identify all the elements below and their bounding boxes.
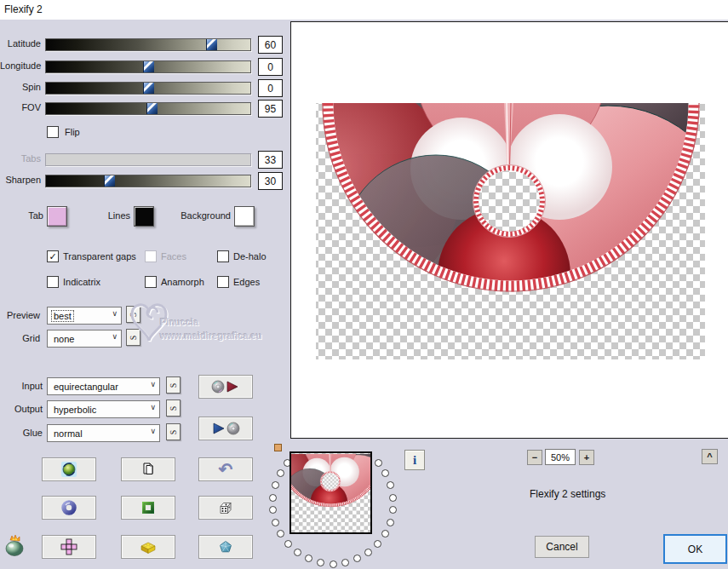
longitude-value[interactable]: 0 [258, 58, 283, 76]
input-dropdown-value: equirectangular [52, 382, 120, 392]
transparent-gaps-label: Transparent gaps [63, 251, 136, 262]
output-dropdown[interactable]: hyperbolic ∨ [47, 400, 160, 418]
output-dropdown-value: hyperbolic [52, 405, 98, 415]
input-random-button[interactable]: S [166, 376, 181, 394]
glue-random-button[interactable]: S [166, 423, 181, 440]
load-settings-button[interactable] [198, 417, 253, 440]
longitude-slider[interactable] [45, 60, 251, 73]
chevron-down-icon: ∨ [150, 403, 156, 411]
transparent-gaps-checkbox[interactable]: ✓ [47, 250, 59, 262]
undo-button[interactable]: ↶ [198, 457, 253, 481]
lines-color-swatch[interactable] [134, 206, 154, 227]
zoom-out-button[interactable]: − [527, 450, 542, 465]
memory-dot[interactable] [389, 494, 397, 502]
transparent-gaps-checkmark: ✓ [49, 252, 56, 262]
sharpen-slider-thumb[interactable] [104, 175, 115, 187]
ok-button[interactable]: OK [663, 534, 727, 564]
input-dropdown[interactable]: equirectangular ∨ [47, 377, 160, 395]
chevron-down-icon: ∨ [112, 332, 118, 341]
sharpen-value[interactable]: 30 [258, 172, 283, 190]
latitude-slider-thumb[interactable] [206, 39, 217, 50]
longitude-slider-thumb[interactable] [143, 61, 154, 72]
background-color-swatch[interactable] [234, 206, 255, 227]
watermark-url: www.maidiregrafica.eu [160, 330, 261, 341]
spin-slider-thumb[interactable] [143, 83, 154, 94]
spin-value[interactable]: 0 [258, 79, 283, 97]
chevron-down-icon: ∨ [112, 309, 118, 318]
grid-dropdown-value: none [52, 334, 76, 344]
tabs-slider [45, 153, 251, 166]
spin-slider[interactable] [45, 82, 251, 95]
crystal-button[interactable] [198, 535, 253, 559]
thumbnail-image [291, 453, 370, 532]
green-frame-icon [140, 499, 157, 516]
flip-checkbox[interactable] [47, 126, 59, 138]
zoom-level[interactable]: 50% [545, 449, 576, 465]
collapse-button[interactable]: ^ [702, 449, 718, 464]
memory-dot[interactable] [294, 549, 301, 556]
output-random-button[interactable]: S [166, 399, 181, 417]
copy-settings-button[interactable] [121, 457, 175, 481]
dehalo-label: De-halo [233, 251, 267, 262]
preview-dropdown-value: best [52, 311, 73, 321]
indicatrix-checkbox[interactable] [47, 276, 59, 288]
minus-icon: − [532, 453, 537, 463]
torus-mode-button[interactable] [42, 496, 96, 520]
memory-dot[interactable] [284, 540, 292, 548]
preview-canvas[interactable] [290, 21, 728, 439]
cancel-button[interactable]: Cancel [535, 536, 589, 558]
memory-dot[interactable] [272, 481, 279, 489]
preview-thumbnail[interactable] [289, 451, 372, 534]
flaming-pear-logo [3, 534, 27, 560]
lines-swatch-label: Lines [85, 210, 130, 221]
flexify-dialog: Flexify 2 Latitude 60 Longitude 0 Spin 0… [0, 0, 728, 569]
output-label: Output [0, 404, 43, 415]
caret-icon: ^ [707, 452, 712, 462]
randomize-button[interactable] [198, 496, 253, 520]
frame-mode-button[interactable] [121, 496, 175, 520]
cube-net-icon [60, 538, 78, 555]
grid-dropdown[interactable]: none ∨ [47, 330, 122, 348]
latitude-label: Latitude [0, 38, 41, 49]
memory-slot-active[interactable] [274, 444, 282, 451]
glue-label: Glue [0, 428, 43, 439]
undo-icon: ↶ [219, 461, 233, 478]
memory-dot[interactable] [330, 560, 337, 568]
edges-checkbox[interactable] [217, 276, 229, 288]
grid-label: Grid [0, 333, 40, 344]
input-label: Input [0, 381, 43, 392]
latitude-slider[interactable] [45, 38, 251, 51]
latitude-value[interactable]: 60 [258, 36, 283, 54]
fov-slider[interactable] [45, 102, 251, 115]
s-glyph: S [169, 405, 178, 411]
memory-dot[interactable] [317, 559, 324, 566]
anamorph-checkbox[interactable] [145, 276, 157, 288]
faces-checkbox [145, 250, 157, 262]
zoom-in-button[interactable]: + [579, 450, 594, 465]
sharpen-slider[interactable] [45, 175, 251, 187]
info-button[interactable]: i [404, 450, 425, 470]
tab-color-swatch[interactable] [47, 206, 67, 227]
sharpen-label: Sharpen [0, 175, 41, 186]
s-glyph: S [169, 429, 178, 434]
dehalo-checkbox[interactable] [217, 250, 229, 262]
lego-brick-button[interactable] [121, 535, 175, 559]
fov-value[interactable]: 95 [258, 100, 283, 118]
preview-dropdown[interactable]: best ∨ [47, 307, 122, 325]
chevron-down-icon: ∨ [150, 427, 156, 435]
settings-caption: Flexify 2 settings [530, 488, 605, 500]
tabs-value[interactable]: 33 [258, 151, 283, 169]
copy-pages-icon [140, 461, 157, 478]
anamorph-label: Anamorph [161, 277, 204, 287]
memory-dot[interactable] [269, 494, 277, 502]
memory-dot[interactable] [272, 519, 279, 526]
auto-preview-button[interactable] [42, 457, 96, 481]
save-settings-button[interactable] [198, 375, 253, 399]
spin-label: Spin [0, 82, 41, 93]
fov-slider-thumb[interactable] [146, 103, 158, 114]
cube-net-button[interactable] [42, 535, 96, 559]
glue-dropdown[interactable]: normal ∨ [47, 424, 160, 442]
plus-icon: + [584, 453, 589, 463]
memory-dot[interactable] [387, 519, 394, 526]
indicatrix-label: Indicatrix [63, 277, 100, 287]
